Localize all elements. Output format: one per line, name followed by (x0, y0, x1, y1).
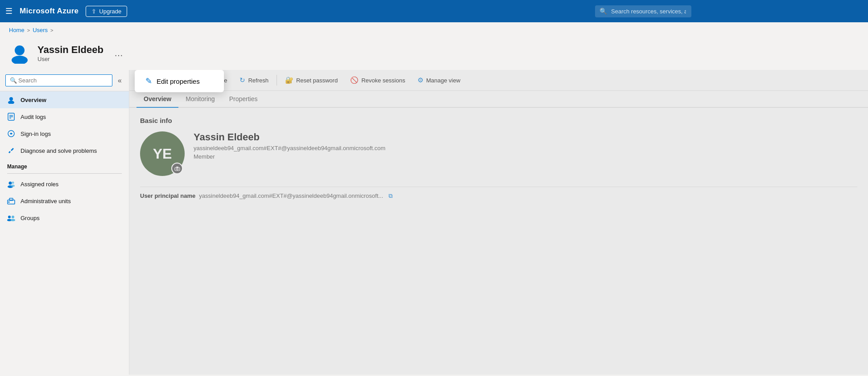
main-layout: 🔍 « Overview Audit logs Sign-in logs (0, 70, 868, 375)
admin-units-icon (7, 197, 15, 205)
global-search-input[interactable] (595, 5, 691, 17)
groups-icon (7, 214, 15, 222)
sidebar-item-sign-in-logs[interactable]: Sign-in logs (0, 125, 129, 142)
upgrade-icon: ⇧ (91, 8, 96, 15)
upgrade-button[interactable]: ⇧ Upgrade (86, 6, 127, 17)
user-name-header: Yassin Eldeeb (37, 44, 103, 56)
person-icon (7, 96, 15, 104)
svg-point-16 (8, 216, 11, 218)
breadcrumb-home[interactable]: Home (9, 27, 25, 33)
svg-point-0 (15, 45, 25, 55)
hamburger-icon[interactable]: ☰ (5, 6, 12, 16)
wrench-icon (7, 147, 15, 155)
sign-in-icon (7, 130, 15, 138)
top-navigation: ☰ Microsoft Azure ⇧ Upgrade 🔍 (0, 0, 868, 22)
sidebar-item-groups[interactable]: Groups (0, 209, 129, 226)
svg-point-15 (8, 201, 10, 203)
svg-point-19 (11, 219, 15, 221)
edit-popup-label: Edit properties (157, 78, 200, 85)
manage-section-header: Manage (0, 159, 129, 172)
svg-point-2 (9, 97, 13, 101)
user-header: Yassin Eldeeb User … (0, 38, 868, 70)
svg-point-1 (12, 56, 28, 64)
sidebar-item-admin-units[interactable]: Administrative units (0, 192, 129, 209)
user-avatar-icon (9, 42, 30, 64)
sidebar-item-overview[interactable]: Overview (0, 91, 129, 108)
svg-point-9 (9, 182, 12, 185)
breadcrumb-users[interactable]: Users (33, 27, 48, 33)
sidebar-search-input[interactable] (5, 74, 112, 86)
svg-point-18 (12, 216, 14, 218)
edit-properties-popup[interactable]: ✎ Edit properties (135, 70, 224, 92)
azure-logo: Microsoft Azure (20, 7, 79, 16)
sidebar-item-assigned-roles[interactable]: Assigned roles (0, 176, 129, 192)
svg-point-12 (11, 185, 15, 187)
breadcrumb-sep1: > (27, 28, 30, 33)
sidebar: 🔍 « Overview Audit logs Sign-in logs (0, 70, 129, 375)
edit-popup-pencil-icon: ✎ (145, 76, 152, 86)
svg-point-11 (12, 182, 14, 184)
breadcrumb: Home > Users > (0, 22, 868, 38)
svg-rect-14 (9, 198, 13, 200)
roles-icon (7, 180, 15, 188)
right-content: ✎ Edit properties 🗑 Delete ↻ Refresh 🔐 R… (129, 70, 868, 375)
svg-point-3 (8, 101, 14, 104)
sidebar-item-audit-logs[interactable]: Audit logs (0, 108, 129, 125)
sidebar-divider (7, 173, 122, 174)
more-options-button[interactable]: … (114, 49, 123, 57)
sidebar-search-icon: 🔍 (10, 77, 17, 84)
search-container: 🔍 (595, 5, 863, 17)
user-info-header: Yassin Eldeeb User (37, 44, 103, 62)
breadcrumb-sep2: > (50, 28, 53, 33)
user-type-label: User (37, 56, 103, 62)
overlay-dim (129, 70, 868, 375)
sidebar-item-diagnose[interactable]: Diagnose and solve problems (0, 142, 129, 159)
sidebar-collapse-button[interactable]: « (116, 75, 124, 86)
sidebar-search-container: 🔍 « (0, 70, 129, 91)
audit-logs-icon (7, 113, 15, 121)
